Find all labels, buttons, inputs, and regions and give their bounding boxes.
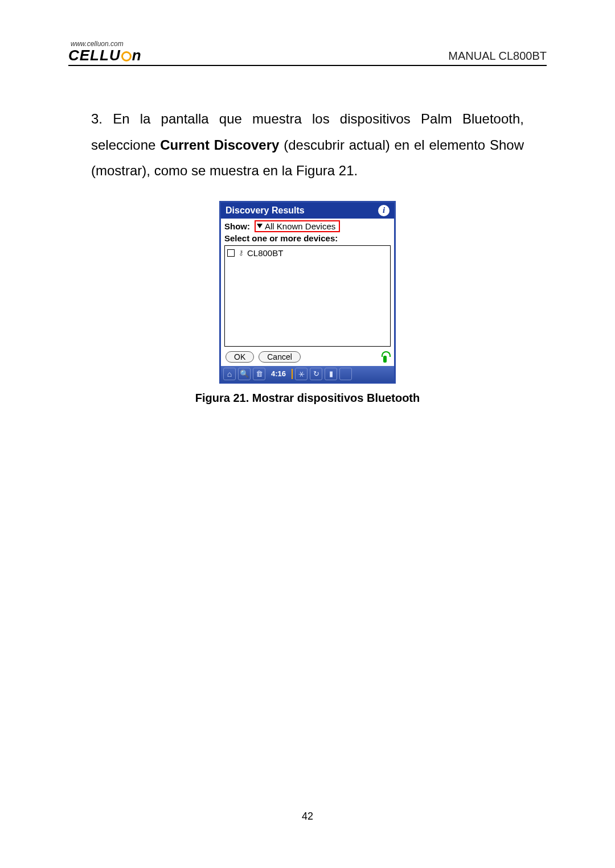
instruction-paragraph: 3. En la pantalla que muestra los dispos… <box>91 106 524 184</box>
taskbar-time[interactable]: 4:16 <box>268 369 289 378</box>
page-header: www.celluon.com CELLU n MANUAL CL800BT <box>68 40 547 66</box>
show-dropdown[interactable]: All Known Devices <box>255 220 340 232</box>
signal-icon[interactable] <box>380 351 390 363</box>
palm-device-screenshot: Discovery Results i Show: All Known Devi… <box>219 201 396 384</box>
device-list[interactable]: ⚷ CL800BT <box>224 245 391 347</box>
ok-button[interactable]: OK <box>226 351 254 363</box>
palm-titlebar: Discovery Results i <box>221 203 394 219</box>
device-checkbox[interactable] <box>227 249 235 257</box>
instruction-bold-term: Current Discovery <box>160 137 279 153</box>
device-name: CL800BT <box>247 248 283 258</box>
show-dropdown-value: All Known Devices <box>265 221 335 231</box>
taskbar-separator <box>292 369 293 379</box>
brand-logo: www.celluon.com CELLU n <box>68 40 142 63</box>
manual-title: MANUAL CL800BT <box>448 50 547 63</box>
figure-caption: Figura 21. Mostrar dispositivos Bluetoot… <box>68 392 547 405</box>
battery-icon[interactable]: ▮ <box>325 368 337 380</box>
info-icon[interactable]: i <box>378 205 390 216</box>
figure-container: Discovery Results i Show: All Known Devi… <box>68 201 547 384</box>
cancel-button[interactable]: Cancel <box>259 351 301 363</box>
bluetooth-device-icon: ⚷ <box>238 249 244 257</box>
brand-o-icon <box>121 51 132 61</box>
bluetooth-icon[interactable]: ⚹ <box>295 368 308 380</box>
device-row[interactable]: ⚷ CL800BT <box>227 248 388 258</box>
search-icon[interactable]: 🔍 <box>238 368 251 380</box>
show-label: Show: <box>224 221 250 231</box>
palm-taskbar: ⌂ 🔍 🗑 4:16 ⚹ ↻ ▮ <box>221 366 394 382</box>
dialog-button-row: OK Cancel <box>221 347 394 366</box>
brand-wordmark: CELLU n <box>68 48 142 63</box>
brand-text-left: CELLU <box>68 48 121 63</box>
select-devices-label: Select one or more devices: <box>221 232 394 245</box>
trash-icon[interactable]: 🗑 <box>253 368 265 380</box>
home-icon[interactable]: ⌂ <box>223 368 236 380</box>
palm-title: Discovery Results <box>226 205 305 216</box>
brand-text-right: n <box>132 48 142 63</box>
show-filter-row: Show: All Known Devices <box>221 219 394 232</box>
chevron-down-icon <box>257 224 263 228</box>
sync-icon[interactable]: ↻ <box>310 368 322 380</box>
taskbar-extra-icon[interactable] <box>339 368 352 380</box>
page-number: 42 <box>0 811 615 822</box>
